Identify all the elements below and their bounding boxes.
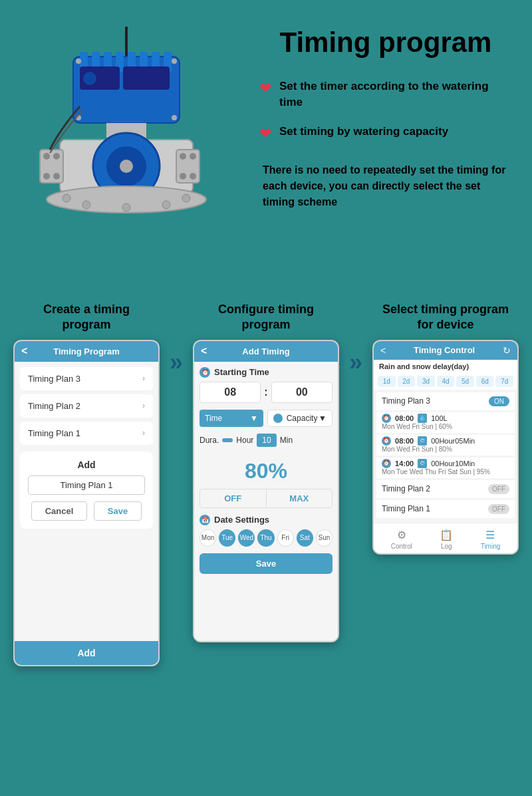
sched-clock-icon-1: ⏰ — [382, 414, 391, 423]
phone3-header: < Timing Control ↻ — [374, 341, 517, 360]
control-row: Time ▼ Capacity ▼ — [200, 410, 332, 427]
day-wed[interactable]: Wed — [238, 529, 255, 547]
calendar-icon: 📅 — [200, 515, 210, 525]
footer-tab-control-label: Control — [391, 543, 412, 550]
time-control-box[interactable]: Time ▼ — [200, 410, 263, 427]
phone3-header-title: Timing Control — [414, 345, 475, 355]
day-tab-5d[interactable]: 5d — [456, 376, 474, 387]
phone1-header: < Timing Program — [15, 341, 158, 362]
hour-box[interactable]: 08 — [200, 382, 261, 403]
day-tab-2d[interactable]: 2d — [398, 376, 416, 387]
add-dialog-input-value: Timing Plan 1 — [60, 480, 112, 490]
phone1-footer: Add — [15, 641, 158, 665]
phone2-back-arrow[interactable]: < — [201, 345, 207, 357]
day-tab-6d[interactable]: 6d — [476, 376, 494, 387]
day-tab-1d[interactable]: 1d — [378, 376, 396, 387]
chevron-icon-3: › — [142, 374, 145, 383]
plan1-toggle[interactable]: OFF — [488, 504, 509, 514]
device-image-container — [20, 20, 246, 282]
schedule-time-row-2: ⏰ 08:00 ⏱ 00Hour05Min — [382, 436, 509, 446]
feature-text-1: Set the timer according to the watering … — [279, 78, 512, 110]
cancel-button[interactable]: Cancel — [31, 501, 88, 521]
sched-time-1: 08:00 — [395, 414, 414, 422]
starting-time-label: Starting Time — [214, 367, 269, 377]
svg-point-25 — [53, 153, 60, 160]
plan3-row: Timing Plan 3 ON — [376, 392, 515, 410]
right-content: Timing program ❤ Set the timer according… — [246, 20, 512, 210]
footer-tab-control[interactable]: ⚙ Control — [391, 529, 412, 550]
phone2-col-label: Configure timingprogram — [218, 302, 314, 333]
time-display: 08 : 00 — [200, 382, 332, 403]
add-dialog: Add Timing Plan 1 Cancel Save — [20, 452, 153, 529]
minute-box[interactable]: 00 — [271, 382, 332, 403]
rain-delay-label: Rain and snow delay(day) — [374, 360, 517, 373]
svg-point-37 — [182, 194, 190, 202]
day-mon[interactable]: Mon — [200, 529, 216, 547]
day-sat[interactable]: Sat — [297, 529, 313, 547]
sched-dur-2: 00Hour05Min — [431, 437, 475, 445]
min-label: Min — [280, 436, 293, 445]
phone3-body: Timing Plan 3 ON ⏰ 08:00 💧 100L Mon Wed … — [374, 390, 517, 523]
page-title: Timing program — [259, 27, 512, 59]
day-tab-4d[interactable]: 4d — [437, 376, 455, 387]
phone1-add-button[interactable]: Add — [21, 648, 152, 658]
timing-list-item-2[interactable]: Timing Plan 2 › — [20, 394, 153, 418]
phone1-back-arrow[interactable]: < — [21, 345, 27, 357]
phone2-header-title: Add Timing — [242, 346, 289, 356]
chevron-icon-2: › — [142, 401, 145, 410]
footer-tab-timing-label: Timing — [481, 543, 501, 550]
day-tabs: 1d 2d 3d 4d 5d 6d 7d — [374, 373, 517, 390]
svg-point-35 — [122, 203, 130, 211]
plan3-toggle[interactable]: ON — [489, 396, 509, 406]
heart-icon-1: ❤ — [259, 80, 271, 97]
plan2-toggle[interactable]: OFF — [488, 484, 509, 494]
day-tue[interactable]: Tue — [219, 529, 235, 547]
capacity-label: Capacity — [287, 414, 318, 423]
hour-label: Hour — [236, 436, 253, 445]
day-tab-7d[interactable]: 7d — [495, 376, 513, 387]
plan3-name: Timing Plan 3 — [382, 396, 430, 406]
footer-tab-log-label: Log — [441, 543, 452, 550]
schedule-item-2: ⏰ 08:00 ⏱ 00Hour05Min Mon Wed Fri Sun | … — [376, 435, 515, 456]
feature-item-2: ❤ Set timing by watering capacity — [259, 124, 512, 142]
phone3-col-label: Select timing programfor device — [382, 302, 509, 333]
sched-days-3: Mon Tue Wed Thu Fri Sat Sun | 95% — [382, 468, 509, 475]
arrow-icon-1: » — [170, 348, 183, 376]
phone2-save-button[interactable]: Save — [200, 553, 332, 574]
log-icon: 📋 — [440, 529, 453, 541]
day-fri[interactable]: Fri — [277, 529, 294, 547]
phone3-frame: < Timing Control ↻ Rain and snow delay(d… — [372, 340, 519, 555]
sched-time-3: 14:00 — [395, 460, 414, 467]
footer-tab-timing[interactable]: ☰ Timing — [481, 529, 501, 550]
save-button[interactable]: Save — [94, 501, 142, 521]
plan1-name: Timing Plan 1 — [382, 504, 430, 513]
off-button[interactable]: OFF — [200, 489, 267, 507]
phone1-col: Create a timingprogram < Timing Program … — [10, 302, 163, 666]
svg-point-13 — [76, 59, 81, 64]
sched-dur-icon-2: ⏱ — [418, 436, 427, 446]
timing-list-item-3[interactable]: Timing Plan 3 › — [20, 367, 153, 390]
phone1-frame: < Timing Program Timing Plan 3 › Timing … — [13, 340, 160, 666]
day-sun[interactable]: Sun — [316, 529, 332, 547]
capacity-control-box[interactable]: Capacity ▼ — [267, 410, 332, 427]
schedule-item-3: ⏰ 14:00 ⏱ 00Hour10Min Mon Tue Wed Thu Fr… — [376, 458, 515, 478]
svg-point-28 — [180, 153, 186, 160]
svg-point-36 — [162, 201, 170, 209]
sched-clock-icon-3: ⏰ — [382, 459, 391, 468]
max-button[interactable]: MAX — [267, 489, 332, 507]
day-thu[interactable]: Thu — [257, 529, 274, 547]
svg-point-27 — [53, 173, 60, 180]
refresh-icon[interactable]: ↻ — [503, 345, 511, 356]
svg-point-24 — [43, 153, 50, 160]
time-colon: : — [264, 382, 267, 403]
timing-list-item-1[interactable]: Timing Plan 1 › — [20, 422, 153, 445]
add-dialog-input[interactable]: Timing Plan 1 — [28, 475, 145, 495]
phone3-back-arrow[interactable]: < — [380, 345, 386, 356]
day-tab-3d[interactable]: 3d — [417, 376, 435, 387]
svg-point-30 — [180, 173, 186, 180]
sched-amount-1: 100L — [431, 414, 447, 422]
off-max-row: OFF MAX — [200, 489, 332, 508]
footer-tab-log[interactable]: 📋 Log — [440, 529, 453, 550]
svg-rect-22 — [40, 150, 63, 183]
date-settings-label: Date Settings — [214, 515, 269, 525]
